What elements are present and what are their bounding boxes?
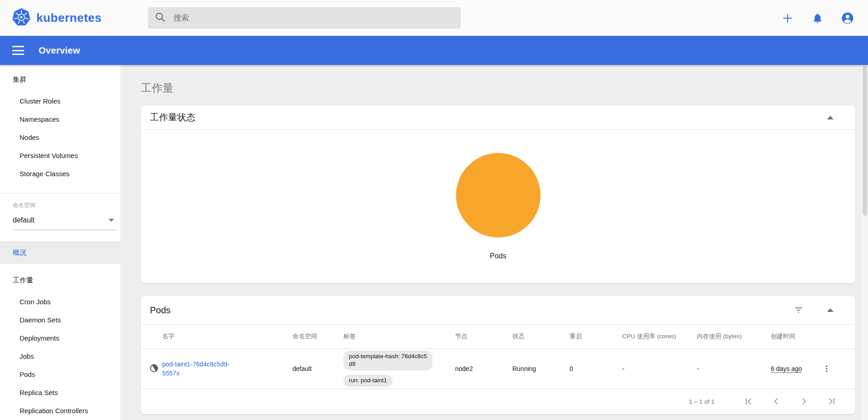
toolbar: Overview [0,36,868,65]
col-namespace: 命名空间 [293,325,343,349]
kubernetes-logo-link[interactable]: kubernetes [12,8,102,29]
sidebar-item-replication-controllers[interactable]: Replication Controllers [0,402,120,420]
col-restarts: 重启 [570,325,622,349]
workloads-status-chart: Pods [141,130,855,260]
scrollbar-track [862,65,868,420]
pod-labels: pod-template-hash: 76d4c8c5d9 run: pod-t… [343,351,450,387]
collapse-up-icon[interactable] [827,308,833,312]
search-bar [148,7,461,29]
sidebar-item-replica-sets[interactable]: Replica Sets [0,384,120,402]
col-status: 状态 [512,325,570,349]
toolbar-title: Overview [39,45,80,56]
filter-icon[interactable] [794,305,804,315]
namespace-select[interactable]: default [13,210,117,230]
account-avatar-button[interactable] [841,11,854,25]
notifications-bell-button[interactable] [811,11,824,25]
last-page-icon[interactable] [826,396,837,407]
search-icon [154,11,166,25]
sidebar-section-cluster: 集群 [0,70,120,89]
sidebar-section-workloads: 工作量 [0,271,120,289]
pod-restarts: 0 [570,349,622,389]
col-created: 创建时间 [771,325,822,349]
workloads-status-title: 工作量状态 [150,111,827,124]
first-page-icon[interactable] [743,396,754,407]
sidebar-item-pods[interactable]: Pods [0,366,120,384]
pods-card-title: Pods [150,305,794,316]
workloads-status-card: 工作量状态 Pods [141,105,855,283]
pagination: 1 – 1 of 1 [141,389,855,414]
pod-namespace: default [293,349,343,389]
sidebar-item-storage-classes[interactable]: Storage Classes [0,165,120,183]
search-input[interactable] [174,14,454,23]
sidebar-item-nodes[interactable]: Nodes [0,128,120,147]
pod-status: Running [512,349,570,389]
page-title: 工作量 [141,80,855,95]
pie-category-label: Pods [490,252,506,260]
sidebar-item-jobs[interactable]: Jobs [0,347,120,366]
table-row: pod-taint1-76d4c8c5d9-5557x default pod-… [141,349,855,389]
label-chip: run: pod-taint1 [343,375,392,387]
next-page-icon[interactable] [799,396,809,407]
col-name: 名字 [162,325,293,349]
menu-hamburger-button[interactable] [12,46,24,55]
pods-card: Pods [141,296,855,414]
sidebar-item-overview-active[interactable]: 概况 [0,241,120,264]
namespace-label: 命名空间 [0,202,120,209]
sidebar: 集群 Cluster Roles Namespaces Nodes Persis… [0,65,120,420]
workloads-status-card-header: 工作量状态 [141,105,855,130]
sidebar-item-cron-jobs[interactable]: Cron Jobs [0,293,120,311]
sidebar-item-daemon-sets[interactable]: Daemon Sets [0,311,120,329]
pagination-range: 1 – 1 of 1 [689,398,714,405]
namespace-selected-value: default [13,216,35,224]
scrollbar-thumb[interactable] [863,66,867,216]
table-header-row: 名字 命名空间 标签 节点 状态 重启 CPU 使用率 (cores) 内存使用… [141,325,855,349]
chevron-down-icon [109,219,114,222]
col-memory: 内存使用 (bytes) [697,325,771,349]
sidebar-item-persistent-volumes[interactable]: Persistent Volumes [0,147,120,165]
pods-card-header: Pods [141,296,855,325]
create-plus-button[interactable] [781,11,794,25]
row-actions-kebab-button[interactable] [822,363,831,374]
pod-name-link[interactable]: pod-taint1-76d4c8c5d9-5557x [162,360,246,378]
collapse-up-icon[interactable] [827,116,833,119]
pods-table: 名字 命名空间 标签 节点 状态 重启 CPU 使用率 (cores) 内存使用… [141,325,855,389]
col-labels: 标签 [343,325,455,349]
sidebar-item-cluster-roles[interactable]: Cluster Roles [0,92,120,110]
pod-memory-usage: - [697,349,771,389]
pod-node: node2 [455,349,512,389]
sidebar-item-deployments[interactable]: Deployments [0,329,120,347]
pod-created: 6 days ago [771,365,802,372]
col-cpu: CPU 使用率 (cores) [622,325,697,349]
label-chip: pod-template-hash: 76d4c8c5d9 [343,351,432,371]
col-status-icon [141,325,162,349]
app-header: kubernetes [0,0,868,36]
pod-status-icon [141,349,162,389]
main-content: 工作量 工作量状态 Pods Pods [120,65,868,420]
col-actions [822,325,855,349]
col-node: 节点 [455,325,512,349]
brand-name: kubernetes [36,11,102,25]
pod-cpu-usage: - [622,349,697,389]
workloads-pie [456,153,541,237]
sidebar-item-namespaces[interactable]: Namespaces [0,110,120,128]
previous-page-icon[interactable] [771,396,782,407]
header-actions [781,0,854,36]
sidebar-divider [0,193,120,193]
kubernetes-logo-icon [12,8,31,29]
